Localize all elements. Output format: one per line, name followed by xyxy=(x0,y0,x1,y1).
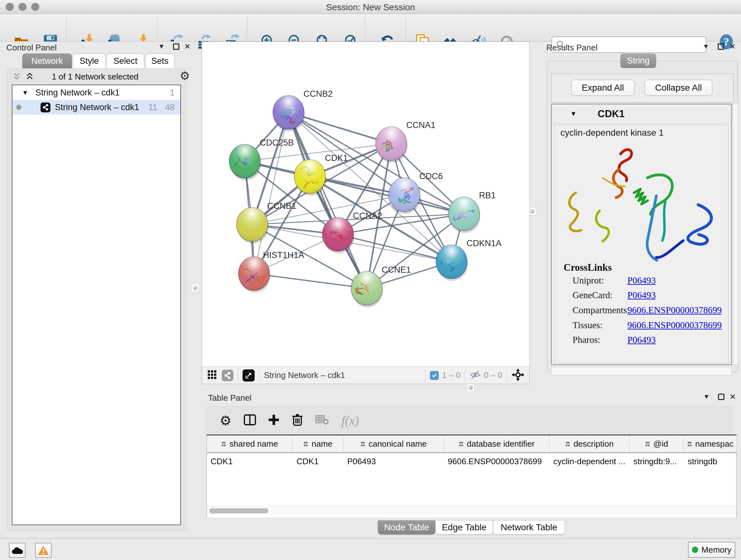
network-node-rb1[interactable]: RB1 xyxy=(448,191,496,233)
table-cell[interactable]: 9606.ENSP00000378699 xyxy=(444,453,549,470)
table-panel-title: Table Panel xyxy=(208,393,252,403)
control-panel: Control Panel ▼ ✕ Network Style Select S… xyxy=(4,42,189,537)
float-panel-button[interactable]: ▼ xyxy=(703,43,709,50)
grid-view-icon[interactable] xyxy=(207,370,217,381)
show-columns-icon[interactable] xyxy=(243,413,257,428)
table-options-gear-icon[interactable]: ⚙ xyxy=(219,413,232,428)
collapse-all-icon[interactable] xyxy=(13,72,24,81)
gene-section-header[interactable]: ▼ CDK1 xyxy=(552,105,731,124)
node-label-ccna1: CCNA1 xyxy=(406,120,435,130)
birds-eye-toggle-icon[interactable] xyxy=(512,368,524,382)
undock-panel-button[interactable] xyxy=(718,394,724,400)
section-expander-icon[interactable]: ▼ xyxy=(570,110,577,118)
table-horizontal-scrollbar[interactable] xyxy=(207,506,736,515)
float-panel-button[interactable]: ▼ xyxy=(158,43,165,50)
expand-all-button[interactable]: Expand All xyxy=(571,80,634,96)
toolbar-separator xyxy=(157,17,158,39)
table-cell[interactable]: cyclin-dependent ... xyxy=(549,453,630,470)
node-label-ccna2: CCNA2 xyxy=(353,211,382,221)
table-panel: Table Panel ▼ ✕ ⚙ xyxy=(202,391,738,537)
tab-select[interactable]: Select xyxy=(107,54,144,68)
memory-button[interactable]: Memory xyxy=(688,542,735,558)
string-results-box: Expand All Collapse All ▼ CDK1 cyclin-de… xyxy=(547,61,738,372)
edge-count: 48 xyxy=(165,103,175,112)
tab-edge-table[interactable]: Edge Table xyxy=(435,520,493,535)
node-table[interactable]: shared namenamecanonical namedatabase id… xyxy=(206,435,737,517)
network-node-cdk1[interactable]: CDK1 xyxy=(294,153,348,196)
hidden-node-edge-counts: 0 – 0 xyxy=(484,370,502,380)
column-attribute-icon xyxy=(645,442,650,447)
window-title: Session: New Session xyxy=(0,2,741,12)
left-splitter-handle[interactable] xyxy=(192,284,199,292)
network-canvas[interactable]: CCNB2CCNA1CDC25BCDK1CDC6RB1CCNB1CCNA2CDK… xyxy=(202,42,529,367)
network-badge-icon[interactable] xyxy=(222,370,233,381)
expand-all-icon[interactable] xyxy=(26,72,37,81)
scrollbar-thumb[interactable] xyxy=(209,508,268,513)
column-header-canonical-name[interactable]: canonical name xyxy=(343,435,444,453)
table-cell[interactable]: CDK1 xyxy=(293,453,343,470)
network-node-ccne1[interactable]: CCNE1 xyxy=(351,265,411,307)
tab-string[interactable]: String xyxy=(620,54,656,68)
network-tab-body: 1 of 1 Network selected ⚙ ▼ String Netwo… xyxy=(7,68,186,531)
node-label-hist1h1a: HIST1H1A xyxy=(263,250,304,260)
genecard-link[interactable]: P06493 xyxy=(627,290,656,300)
tab-network-table[interactable]: Network Table xyxy=(493,520,565,535)
node-label-cdc25b: CDC25B xyxy=(260,138,294,147)
network-view-title: String Network – cdk1 xyxy=(264,370,345,380)
network-collection-row[interactable]: ▼ String Network – cdk1 1 xyxy=(12,85,180,100)
warning-icon xyxy=(38,545,49,556)
table-cell[interactable]: stringdb:9... xyxy=(630,453,684,470)
network-view[interactable]: CCNB2CCNA1CDC25BCDK1CDC6RB1CCNB1CCNA2CDK… xyxy=(202,42,530,384)
delete-table-icon[interactable] xyxy=(315,415,329,427)
delete-column-trash-icon[interactable] xyxy=(291,413,304,428)
current-network-dot-icon xyxy=(16,105,21,110)
column-header-name[interactable]: name xyxy=(293,435,343,453)
tab-style[interactable]: Style xyxy=(73,54,106,68)
gene-section: ▼ CDK1 cyclin-dependent kinase 1 xyxy=(551,104,732,365)
tab-network[interactable]: Network xyxy=(22,54,72,68)
float-panel-button[interactable]: ▼ xyxy=(703,393,710,400)
cloud-status-button[interactable] xyxy=(9,543,25,558)
column-header--id[interactable]: @id xyxy=(630,435,684,453)
column-header-namespac[interactable]: namespac xyxy=(684,435,737,453)
table-cell[interactable]: stringdb xyxy=(684,453,737,470)
tab-sets[interactable]: Sets xyxy=(145,54,175,68)
table-cell[interactable]: CDK1 xyxy=(207,453,293,470)
crosslink-row: Compartments: 9606.ENSP00000378699 xyxy=(572,305,726,320)
collection-expander-icon[interactable]: ▼ xyxy=(22,89,28,97)
open-in-new-window-icon[interactable] xyxy=(243,369,255,381)
column-header-shared-name[interactable]: shared name xyxy=(207,435,293,453)
selected-checkbox-icon[interactable] xyxy=(430,371,439,380)
column-header-description[interactable]: description xyxy=(549,435,630,453)
network-node-cdkn1a[interactable]: CDKN1A xyxy=(435,239,501,281)
node-label-ccne1: CCNE1 xyxy=(382,265,411,274)
uniprot-link[interactable]: P06493 xyxy=(627,275,656,286)
table-cell[interactable]: P06493 xyxy=(343,453,444,470)
results-vertical-scrollbar[interactable] xyxy=(733,104,738,365)
undock-panel-button[interactable] xyxy=(718,44,724,50)
bottom-splitter-handle[interactable] xyxy=(467,384,475,391)
undock-panel-button[interactable] xyxy=(173,44,179,50)
network-row[interactable]: String Network – cdk1 11 48 xyxy=(12,100,180,115)
network-node-hist1h1a[interactable]: HIST1H1A xyxy=(239,250,304,293)
compartments-link[interactable]: 9606.ENSP00000378699 xyxy=(627,305,722,315)
collapse-all-button[interactable]: Collapse All xyxy=(645,80,712,96)
hidden-eye-slash-icon[interactable] xyxy=(470,370,481,381)
pharos-link[interactable]: P06493 xyxy=(627,334,656,345)
window-titlebar: Session: New Session xyxy=(0,0,741,14)
warnings-button[interactable] xyxy=(35,543,52,558)
results-panel-title: Results Panel xyxy=(546,43,597,53)
crosslink-row: GeneCard: P06493 xyxy=(572,290,726,305)
network-options-gear-icon[interactable]: ⚙ xyxy=(180,69,190,82)
node-label-ccnb2: CCNB2 xyxy=(304,89,333,99)
create-column-plus-icon[interactable] xyxy=(267,414,280,428)
network-node-ccna1[interactable]: CCNA1 xyxy=(376,120,435,163)
results-horizontal-scrollbar[interactable] xyxy=(551,367,732,375)
close-panel-button[interactable]: ✕ xyxy=(730,392,736,401)
column-header-database-identifier[interactable]: database identifier xyxy=(444,435,549,453)
tissues-link[interactable]: 9606.ENSP00000378699 xyxy=(627,320,722,330)
close-panel-button[interactable]: ✕ xyxy=(184,42,191,51)
close-panel-button[interactable]: ✕ xyxy=(729,42,736,51)
function-builder-icon[interactable]: f(x) xyxy=(341,413,359,428)
tab-node-table[interactable]: Node Table xyxy=(378,520,435,535)
